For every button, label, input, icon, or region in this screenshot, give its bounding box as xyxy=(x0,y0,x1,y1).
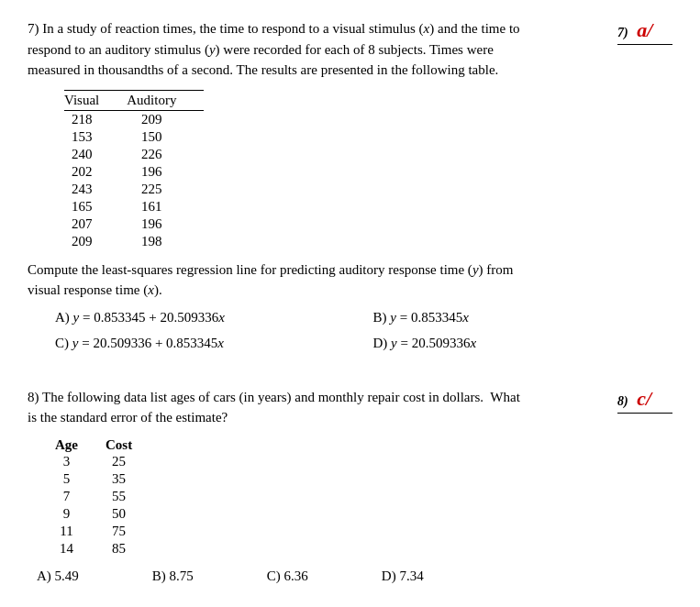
table-row: 240226 xyxy=(64,146,204,163)
q7-text-body: 7) In a study of reaction times, the tim… xyxy=(28,21,520,77)
question-8: 8) The following data list ages of cars … xyxy=(28,387,672,587)
q7-choice-a: A) y = 0.853345 + 20.509336x xyxy=(55,306,355,328)
q8-data-table: Age Cost 325 535 755 950 1175 1485 xyxy=(55,437,160,557)
q7-col-visual: Visual xyxy=(64,90,127,110)
q8-text: 8) The following data list ages of cars … xyxy=(28,387,599,428)
q7-data-table: Visual Auditory 218209 153150 240226 202… xyxy=(64,90,204,250)
q7-compute-text: Compute the least-squares regression lin… xyxy=(28,259,672,301)
q7-choice-b: B) y = 0.853345x xyxy=(373,306,673,328)
q8-data-section: Age Cost 325 535 755 950 1175 1485 xyxy=(55,437,672,557)
q7-x-var: x xyxy=(424,21,430,36)
q8-header: 8) The following data list ages of cars … xyxy=(28,387,672,428)
q8-text-body: 8) The following data list ages of cars … xyxy=(28,390,520,425)
q7-choice-c: C) y = 20.509336 + 0.853345x xyxy=(55,332,355,354)
q8-answer-badge: 8) c/ xyxy=(617,387,672,414)
table-row: 950 xyxy=(55,505,160,523)
q8-answer-label: 8) xyxy=(617,394,628,408)
table-row: 165161 xyxy=(64,198,204,215)
q7-choices: A) y = 0.853345 + 20.509336x B) y = 0.85… xyxy=(55,306,672,354)
table-row: 325 xyxy=(55,453,160,470)
table-row: 207196 xyxy=(64,215,204,233)
table-row: 1175 xyxy=(55,523,160,540)
q7-compute-x: x xyxy=(148,282,154,297)
q7-header: 7) In a study of reaction times, the tim… xyxy=(28,18,672,81)
table-row: 202196 xyxy=(64,163,204,181)
q7-table-body: 218209 153150 240226 202196 243225 16516… xyxy=(64,110,204,250)
question-7: 7) In a study of reaction times, the tim… xyxy=(28,18,672,354)
table-row: 153150 xyxy=(64,128,204,146)
q8-answer-value: c/ xyxy=(637,387,651,410)
q7-table-head: Visual Auditory xyxy=(64,90,204,110)
q7-answer-label: 7) xyxy=(617,26,628,39)
table-row: 535 xyxy=(55,470,160,488)
q7-table-header-row: Visual Auditory xyxy=(64,90,204,110)
table-row: 243225 xyxy=(64,181,204,198)
q7-text: 7) In a study of reaction times, the tim… xyxy=(28,18,599,81)
q7-col-auditory: Auditory xyxy=(127,90,204,110)
q8-choice-b: B) 8.75 xyxy=(152,565,194,587)
table-row: 218209 xyxy=(64,110,204,128)
table-row: 1485 xyxy=(55,540,160,557)
table-row: 755 xyxy=(55,488,160,505)
q8-choice-d: D) 7.34 xyxy=(382,565,424,587)
q7-answer-badge: 7) a/ xyxy=(617,18,672,45)
q7-y-var: y xyxy=(209,42,216,57)
q7-answer-value: a/ xyxy=(637,18,652,41)
q7-choice-d: D) y = 20.509336x xyxy=(373,332,673,354)
table-row: 209198 xyxy=(64,233,204,250)
q8-header-row: Age Cost xyxy=(55,437,160,453)
spacer xyxy=(28,370,672,387)
q8-choices: A) 5.49 B) 8.75 C) 6.36 D) 7.34 xyxy=(37,565,672,587)
q8-table-body: 325 535 755 950 1175 1485 xyxy=(55,453,160,557)
q8-table-head: Age Cost xyxy=(55,437,160,453)
q7-compute-y: y xyxy=(472,262,479,277)
q8-col-cost: Cost xyxy=(106,437,160,453)
q8-choice-c: C) 6.36 xyxy=(267,565,308,587)
q8-choice-a: A) 5.49 xyxy=(37,565,79,587)
q8-col-age: Age xyxy=(55,437,106,453)
